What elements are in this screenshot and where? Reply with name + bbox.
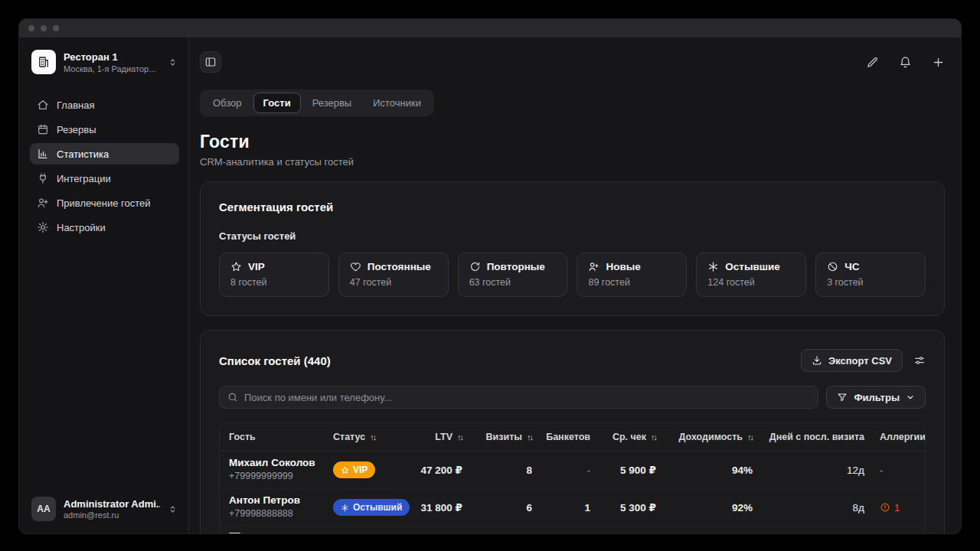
tab-sources[interactable]: Источники <box>363 93 431 113</box>
status-badge: Остывший <box>333 499 410 516</box>
sidebar-item-label: Главная <box>57 99 94 111</box>
visits-cell: 8 <box>467 465 532 476</box>
download-icon <box>812 355 822 366</box>
guest-phone: +79998888888 <box>229 507 328 520</box>
statistics-tabs: Обзор Гости Резервы Источники <box>200 90 434 116</box>
tab-reserves[interactable]: Резервы <box>302 93 362 113</box>
status-count: 47 гостей <box>350 277 437 288</box>
sidebar: Ресторан 1 Москва, 1-я Радиатор... Главн… <box>19 37 189 533</box>
col-status: Статус <box>333 432 365 442</box>
refresh-icon <box>469 261 481 272</box>
sidebar-item-home[interactable]: Главная <box>30 94 179 116</box>
avatar: AA <box>31 497 56 521</box>
sidebar-item-statistics[interactable]: Статистика <box>30 143 179 165</box>
sidebar-toggle-button[interactable] <box>200 51 221 73</box>
plug-icon <box>37 172 49 184</box>
show-rate-cell: 94% <box>661 465 753 476</box>
days-since-visit-cell: 12д <box>757 465 864 476</box>
ban-icon <box>827 261 838 272</box>
sidebar-item-label: Интеграции <box>57 173 111 184</box>
notifications-bell-icon[interactable] <box>899 56 912 69</box>
sort-icon[interactable]: ↑↓ <box>370 432 375 442</box>
table-row[interactable]: Михаил Соколов +79999999999 VIP 47 200 ₽… <box>220 452 925 489</box>
sort-icon[interactable]: ↑↓ <box>457 432 462 442</box>
sidebar-item-guest-acquisition[interactable]: Привлечение гостей <box>30 192 179 214</box>
status-card-cooled[interactable]: Остывшие 124 гостей <box>696 253 806 297</box>
guest-name: Михаил Соколов <box>229 457 328 470</box>
sidebar-item-settings[interactable]: Настройки <box>30 217 179 238</box>
heart-icon <box>350 261 361 272</box>
col-allergies: Аллергии <box>869 432 926 442</box>
col-ltv: LTV <box>435 432 452 442</box>
allergies-cell: 1 <box>869 502 916 514</box>
col-visits: Визиты <box>486 432 522 442</box>
statuses-subtitle: Статусы гостей <box>219 230 926 242</box>
status-card-repeat[interactable]: Повторные 63 гостей <box>458 253 568 297</box>
main-content: Обзор Гости Резервы Источники Гости CRM-… <box>189 37 961 533</box>
sidebar-item-label: Настройки <box>57 222 106 233</box>
edit-pencil-icon[interactable] <box>866 56 879 69</box>
star-icon <box>341 466 349 474</box>
guest-search-input[interactable] <box>244 392 810 403</box>
table-row[interactable]: Антон Петров +79998888888 Остывший 31 80… <box>220 489 925 527</box>
sort-icon[interactable]: ↑↓ <box>527 432 532 442</box>
col-show-rate: Доходимость <box>679 432 743 442</box>
user-email: admin@rest.ru <box>64 510 160 520</box>
banquets-cell: - <box>537 465 590 476</box>
guest-table: Гость Статус↑↓ LTV↑↓ Визиты↑↓ Банкетов С… <box>219 422 926 533</box>
tab-guests[interactable]: Гости <box>253 93 301 113</box>
guest-list-title: Список гостей (440) <box>219 354 331 367</box>
tab-overview[interactable]: Обзор <box>203 93 252 113</box>
table-row-partial <box>220 527 925 533</box>
allergy-count: 1 <box>894 502 900 514</box>
banquets-cell: 1 <box>537 502 590 514</box>
status-badge: VIP <box>333 461 375 478</box>
window-control-zoom[interactable] <box>53 25 59 31</box>
guest-list-panel: Список гостей (440) Экспорт CSV <box>200 330 945 533</box>
funnel-icon <box>837 392 848 403</box>
sidebar-item-reserves[interactable]: Резервы <box>30 119 179 140</box>
segmentation-title: Сегментация гостей <box>219 201 926 214</box>
status-card-blacklist[interactable]: ЧС 3 гостей <box>815 253 926 297</box>
guest-phone: +79999999999 <box>229 470 328 482</box>
user-menu[interactable]: AA Administrator Admi... admin@rest.ru <box>30 495 179 523</box>
workspace-switcher[interactable]: Ресторан 1 Москва, 1-я Радиатор... <box>30 48 179 74</box>
page-subtitle: CRM-аналитика и статусы гостей <box>200 156 945 168</box>
gear-icon <box>37 221 49 233</box>
sort-icon[interactable]: ↑↓ <box>651 432 656 442</box>
chevron-up-down-icon <box>168 504 178 514</box>
show-rate-cell: 92% <box>661 502 753 514</box>
sidebar-item-label: Резервы <box>57 124 96 135</box>
chevron-up-down-icon <box>168 57 178 67</box>
col-banquets: Банкетов <box>537 432 590 442</box>
status-count: 124 гостей <box>707 277 795 288</box>
restaurant-building-icon <box>31 50 56 74</box>
ltv-cell: 47 200 ₽ <box>410 464 462 476</box>
status-card-new[interactable]: Новые 89 гостей <box>577 253 687 297</box>
col-avg-check: Ср. чек <box>612 432 646 442</box>
filters-button[interactable]: Фильтры <box>826 386 926 409</box>
sidebar-nav: Главная Резервы Статистика Интеграции Пр… <box>30 94 179 238</box>
sort-icon[interactable]: ↑↓ <box>747 432 753 442</box>
window-control-close[interactable] <box>28 25 34 31</box>
avg-check-cell: 5 300 ₽ <box>595 501 656 514</box>
page-title: Гости <box>200 132 945 152</box>
ltv-cell: 31 800 ₽ <box>410 501 462 514</box>
status-count: 63 гостей <box>469 277 557 288</box>
star-icon <box>230 261 242 272</box>
status-count: 89 гостей <box>588 277 675 288</box>
sidebar-item-label: Привлечение гостей <box>57 197 151 209</box>
calendar-icon <box>37 123 49 135</box>
bar-chart-icon <box>37 148 49 160</box>
export-csv-button[interactable]: Экспорт CSV <box>801 349 903 372</box>
guest-table-header: Гость Статус↑↓ LTV↑↓ Визиты↑↓ Банкетов С… <box>220 423 925 452</box>
status-card-vip[interactable]: VIP 8 гостей <box>219 253 329 297</box>
status-card-regulars[interactable]: Постоянные 47 гостей <box>338 253 449 297</box>
days-since-visit-cell: 8д <box>757 502 864 514</box>
window-titlebar[interactable] <box>19 19 961 37</box>
window-control-minimize[interactable] <box>41 25 47 31</box>
add-plus-icon[interactable] <box>932 56 945 69</box>
guest-search[interactable] <box>219 386 818 409</box>
sidebar-item-integrations[interactable]: Интеграции <box>30 168 179 189</box>
column-settings-sliders-icon[interactable] <box>913 354 926 367</box>
